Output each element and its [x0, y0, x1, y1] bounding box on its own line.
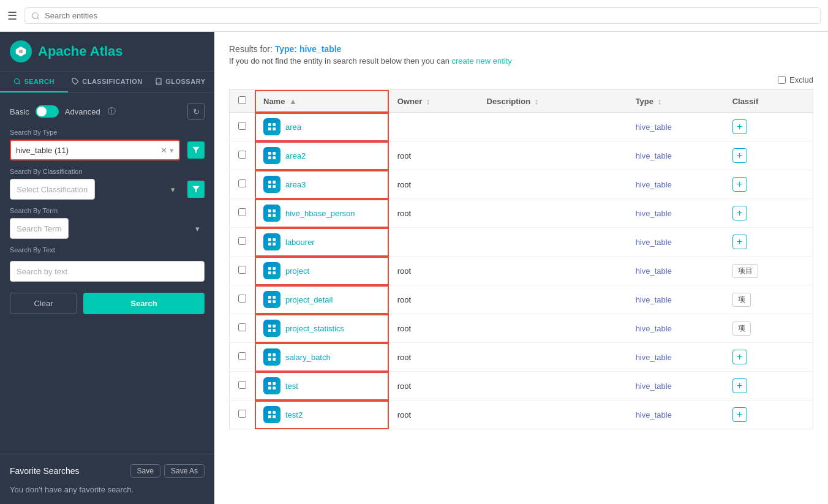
row-checkbox[interactable]: [238, 323, 246, 331]
save-as-button[interactable]: Save As: [164, 464, 205, 478]
basic-advanced-toggle[interactable]: [36, 105, 59, 118]
add-classification-button[interactable]: +: [732, 235, 747, 249]
owner-sort-icon[interactable]: ↕: [426, 97, 431, 106]
row-checkbox[interactable]: [238, 352, 246, 360]
row-checkbox[interactable]: [238, 381, 246, 389]
row-checkbox[interactable]: [238, 237, 246, 245]
row-owner: root: [389, 141, 478, 170]
type-input-controls: ✕ ▾: [160, 146, 174, 155]
name-sort-icon[interactable]: ▲: [289, 97, 297, 106]
clear-button[interactable]: Clear: [10, 293, 77, 314]
tab-search[interactable]: SEARCH: [0, 72, 68, 92]
row-checkbox[interactable]: [238, 208, 246, 216]
search-by-type-label: Search By Type: [10, 129, 205, 136]
favorites-title: Favorite Searches: [10, 466, 80, 476]
add-classification-button[interactable]: +: [732, 378, 747, 393]
type-clear-icon[interactable]: ✕: [160, 146, 167, 155]
svg-rect-27: [268, 243, 271, 246]
classification-filter-button[interactable]: [187, 181, 205, 198]
tab-classification[interactable]: CLASSIFICATION: [68, 72, 146, 92]
entity-name-link[interactable]: project_detail: [263, 291, 380, 308]
row-type[interactable]: hive_table: [627, 199, 724, 228]
text-search-input[interactable]: [10, 261, 205, 282]
row-type[interactable]: hive_table: [627, 285, 724, 314]
header-owner[interactable]: Owner ↕: [389, 90, 478, 113]
row-checkbox[interactable]: [238, 179, 246, 187]
add-classification-button[interactable]: +: [732, 148, 747, 163]
refresh-button[interactable]: ↻: [187, 103, 205, 120]
row-type[interactable]: hive_table: [627, 170, 724, 199]
row-type[interactable]: hive_table: [627, 314, 724, 343]
exclude-checkbox[interactable]: [778, 76, 786, 84]
row-classification: +: [724, 372, 813, 401]
row-checkbox[interactable]: [238, 295, 246, 303]
svg-rect-21: [268, 209, 271, 213]
table-row: project_detail roothive_table项: [230, 285, 813, 314]
term-select[interactable]: Search Term: [10, 218, 69, 239]
entity-icon: [263, 205, 280, 222]
svg-rect-49: [268, 411, 271, 414]
row-classification: +: [724, 228, 813, 257]
entity-name-link[interactable]: labourer: [263, 233, 380, 250]
entity-name-link[interactable]: project_statistics: [263, 320, 380, 337]
add-classification-button[interactable]: +: [732, 350, 747, 364]
entity-name-link[interactable]: salary_batch: [263, 348, 380, 366]
row-type[interactable]: hive_table: [627, 343, 724, 372]
svg-point-3: [19, 50, 23, 54]
create-entity-link[interactable]: create new entity: [452, 56, 512, 66]
desc-sort-icon[interactable]: ↕: [535, 97, 539, 106]
svg-rect-44: [273, 358, 276, 361]
table-body: area hive_table+ area2 roothive_table+ a…: [230, 113, 813, 429]
add-classification-button[interactable]: +: [732, 177, 747, 192]
global-search-input[interactable]: [45, 11, 814, 20]
entity-name-link[interactable]: test2: [263, 406, 380, 423]
row-type[interactable]: hive_table: [627, 228, 724, 257]
row-type[interactable]: hive_table: [627, 372, 724, 401]
row-checkbox[interactable]: [238, 410, 246, 418]
row-type[interactable]: hive_table: [627, 141, 724, 170]
type-input-container[interactable]: hive_table (11) ✕ ▾: [10, 140, 180, 160]
entity-name-link[interactable]: area3: [263, 176, 380, 193]
row-owner: root: [389, 314, 478, 343]
type-sort-icon[interactable]: ↕: [658, 97, 662, 106]
svg-rect-36: [273, 300, 276, 303]
entity-name-link[interactable]: test: [263, 377, 380, 394]
type-filter-button[interactable]: [187, 141, 205, 159]
save-button[interactable]: Save: [130, 464, 160, 478]
entity-name-link[interactable]: hive_hbase_person: [263, 205, 380, 222]
tab-glossary[interactable]: GLOSSARY: [146, 72, 214, 92]
type-dropdown-icon[interactable]: ▾: [170, 146, 174, 155]
add-classification-button[interactable]: +: [732, 206, 747, 220]
header-description[interactable]: Description ↕: [478, 90, 627, 113]
row-type[interactable]: hive_table: [627, 113, 724, 141]
search-button[interactable]: Search: [83, 293, 205, 314]
entity-name-link[interactable]: area2: [263, 147, 380, 164]
row-classification: +: [724, 141, 813, 170]
row-checkbox[interactable]: [238, 266, 246, 274]
entity-name-link[interactable]: area: [263, 118, 380, 135]
select-all-checkbox[interactable]: [238, 96, 246, 104]
row-checkbox[interactable]: [238, 151, 246, 159]
advanced-help-icon[interactable]: ⓘ: [108, 106, 116, 117]
results-table: Name ▲ Owner ↕ Description ↕ Type ↕: [229, 89, 813, 429]
row-type[interactable]: hive_table: [627, 257, 724, 285]
row-description: [478, 314, 627, 343]
header-name[interactable]: Name ▲: [255, 90, 389, 113]
classification-select-wrapper: Select Classification: [10, 179, 180, 200]
svg-rect-25: [268, 238, 271, 241]
menu-icon[interactable]: ☰: [7, 9, 17, 23]
header-type[interactable]: Type ↕: [627, 90, 724, 113]
add-classification-button[interactable]: +: [732, 407, 747, 422]
add-classification-button[interactable]: +: [732, 119, 747, 134]
row-description: [478, 401, 627, 429]
row-description: [478, 170, 627, 199]
entity-icon: [263, 348, 280, 366]
svg-rect-45: [268, 382, 271, 385]
entity-name-link[interactable]: project: [263, 262, 380, 279]
row-checkbox[interactable]: [238, 122, 246, 130]
favorites-empty-text: You don't have any favorite search.: [10, 485, 205, 494]
classification-select[interactable]: Select Classification: [10, 179, 95, 200]
search-icon: [31, 12, 40, 20]
row-description: [478, 285, 627, 314]
row-type[interactable]: hive_table: [627, 401, 724, 429]
